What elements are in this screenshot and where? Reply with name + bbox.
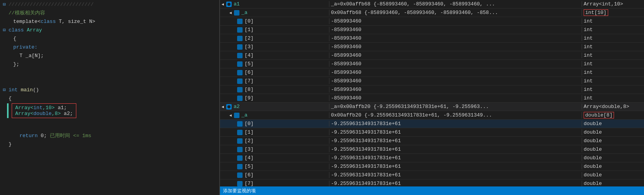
code-line-return: return 0; 已用时间 <= 1ms <box>0 131 219 140</box>
variable-small-icon <box>237 181 243 186</box>
watch-value: -858993460 <box>329 95 582 101</box>
variable-small-icon <box>237 155 243 161</box>
watch-value-a1: _a=0x00affb68 {-858993460, -858993460, -… <box>329 1 582 7</box>
watch-type: double <box>582 121 644 127</box>
watch-row-a2-0[interactable]: [0]-9.2559631349317831e+61double <box>220 120 644 128</box>
code-line: T _a[N]; <box>0 51 219 60</box>
watch-value-a2-a: 0x00affb20 {-9.2559631349317831e+61, -9.… <box>329 112 582 118</box>
var-name: a1 <box>234 1 240 7</box>
watch-value: -858993460 <box>329 87 582 92</box>
gutter-icon: ⊟ <box>2 2 7 7</box>
watch-value: -858993460 <box>329 18 582 24</box>
code-line: template<class T, size_t N> <box>0 17 219 26</box>
watch-row-a1-5[interactable]: [5]-858993460int <box>220 60 644 68</box>
watch-type: double <box>582 172 644 178</box>
code-line: } <box>0 140 219 148</box>
watch-type: int <box>582 44 644 50</box>
code-editor: ⊟ //////////////////////////// //模板相关内容 … <box>0 0 220 195</box>
expand-arrow-icon[interactable]: ◀ <box>222 104 225 109</box>
code-line-declarations: Array<int,10> a1; Array<double,8> a2; <box>0 103 219 123</box>
code-line: }; <box>0 60 219 68</box>
variable-small-icon <box>237 96 243 101</box>
watch-row-a2[interactable]: ◀ a2 _a=0x00affb20 {-9.2559631349317831e… <box>220 103 644 111</box>
watch-row-a1-3[interactable]: [3]-858993460int <box>220 43 644 51</box>
watch-value: -9.2559631349317831e+61 <box>329 146 582 152</box>
variable-icon <box>226 2 232 7</box>
variable-small-icon <box>237 78 243 84</box>
watch-value: -858993460 <box>329 27 582 33</box>
watch-row-a1-9[interactable]: [9]-858993460int <box>220 94 644 103</box>
var-index: [5] <box>245 164 253 169</box>
watch-value: -858993460 <box>329 52 582 58</box>
watch-type: int <box>582 18 644 24</box>
variable-small-icon <box>237 87 243 92</box>
watch-row-a2-6[interactable]: [6]-9.2559631349317831e+61double <box>220 171 644 179</box>
watch-row-a2-3[interactable]: [3]-9.2559631349317831e+61double <box>220 145 644 154</box>
expand-arrow-icon[interactable]: ◀ <box>222 2 225 7</box>
variable-small-icon <box>237 36 243 41</box>
watch-row-a1-7[interactable]: [7]-858993460int <box>220 77 644 85</box>
watch-value: -9.2559631349317831e+61 <box>329 172 582 178</box>
watch-type-a1: Array<int,10> <box>582 1 644 7</box>
watch-row-a1-6[interactable]: [6]-858993460int <box>220 68 644 77</box>
watch-value-a1-a: 0x00affb68 {-858993460, -858993460, -858… <box>329 10 582 16</box>
watch-type: int <box>582 52 644 58</box>
watch-row-a1-a[interactable]: ◀ _a 0x00affb68 {-858993460, -858993460,… <box>220 9 644 17</box>
watch-row-a2-5[interactable]: [5]-9.2559631349317831e+61double <box>220 162 644 171</box>
watch-type: int <box>582 27 644 33</box>
watch-row-a1-0[interactable]: [0]-858993460int <box>220 17 644 26</box>
watch-type: double <box>582 138 644 144</box>
var-name: a2 <box>234 104 240 110</box>
watch-row-a2-1[interactable]: [1]-9.2559631349317831e+61double <box>220 128 644 137</box>
watch-value: -858993460 <box>329 70 582 75</box>
var-index: [4] <box>245 52 253 58</box>
code-line <box>0 68 219 77</box>
expand-arrow-icon[interactable]: ◀ <box>229 113 233 118</box>
watch-row-a1[interactable]: ◀ a1 _a=0x00affb68 {-858993460, -8589934… <box>220 0 644 9</box>
watch-footer[interactable]: 添加要监视的项 <box>220 186 644 195</box>
code-line: ⊟ class Array <box>0 26 219 34</box>
variable-small-icon <box>234 10 239 16</box>
watch-value: -858993460 <box>329 35 582 41</box>
watch-row-a2-a[interactable]: ◀ _a 0x00affb20 {-9.2559631349317831e+61… <box>220 111 644 120</box>
watch-type: int <box>582 78 644 84</box>
watch-type: int <box>582 61 644 67</box>
watch-panel: ◀ a1 _a=0x00affb68 {-858993460, -8589934… <box>220 0 644 195</box>
code-line: private: <box>0 43 219 51</box>
watch-type-a2-a: double[8] <box>582 112 644 118</box>
var-index: [4] <box>245 155 253 161</box>
variable-small-icon <box>234 113 239 118</box>
watch-value: -858993460 <box>329 61 582 67</box>
code-line <box>0 123 219 131</box>
code-line: ⊟ int main() <box>0 85 219 94</box>
gutter-icon: ⊟ <box>2 27 7 33</box>
variable-small-icon <box>237 172 243 178</box>
watch-value-a2: _a=0x00affb20 {-9.2559631349317831e+61, … <box>329 104 582 110</box>
red-border-declarations: Array<int,10> a1; Array<double,8> a2; <box>12 103 76 118</box>
watch-row-a1-1[interactable]: [1]-858993460int <box>220 26 644 34</box>
watch-row-a2-2[interactable]: [2]-9.2559631349317831e+61double <box>220 137 644 145</box>
variable-small-icon <box>237 53 243 58</box>
watch-value: -9.2559631349317831e+61 <box>329 181 582 186</box>
variable-small-icon <box>237 121 243 127</box>
variable-small-icon <box>237 164 243 169</box>
code-line: { <box>0 94 219 103</box>
watch-row-a2-4[interactable]: [4]-9.2559631349317831e+61double <box>220 154 644 162</box>
watch-row-a1-8[interactable]: [8]-858993460int <box>220 85 644 94</box>
watch-type: int <box>582 70 644 75</box>
variable-small-icon <box>237 70 243 75</box>
var-name: _a <box>241 112 248 118</box>
var-index: [2] <box>245 35 253 41</box>
watch-row-a1-4[interactable]: [4]-858993460int <box>220 51 644 60</box>
type-badge-int10: int[10] <box>584 9 608 16</box>
code-line <box>0 77 219 85</box>
code-line: { <box>0 34 219 43</box>
watch-value: -9.2559631349317831e+61 <box>329 121 582 127</box>
var-index: [6] <box>245 70 253 75</box>
watch-row-a1-2[interactable]: [2]-858993460int <box>220 34 644 43</box>
expand-arrow-icon[interactable]: ◀ <box>229 10 233 15</box>
watch-row-a2-7[interactable]: [7]-9.2559631349317831e+61double <box>220 179 644 186</box>
watch-type-a2: Array<double,8> <box>582 104 644 110</box>
var-index: [1] <box>245 129 253 135</box>
watch-type: int <box>582 87 644 92</box>
